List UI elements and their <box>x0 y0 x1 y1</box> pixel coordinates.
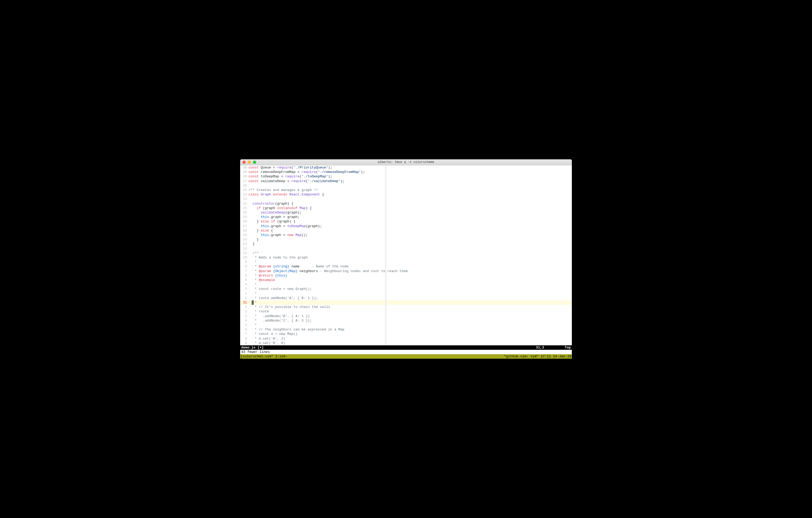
code-content <box>249 247 572 251</box>
code-line[interactable]: 5 * <box>240 323 572 327</box>
code-line[interactable]: 26 <box>240 183 572 188</box>
code-content: * @param {Object|Map} neighbors - Neighb… <box>249 269 572 274</box>
line-number: 11 <box>240 251 249 255</box>
code-line[interactable]: 3 * const route = new Graph(); <box>240 287 572 291</box>
code-line[interactable]: 9 * <box>240 260 572 264</box>
code-line[interactable]: 6 * @return {this} <box>240 274 572 278</box>
line-number: 29 <box>240 170 249 174</box>
line-number: 18 <box>240 219 249 224</box>
code-line[interactable]: 29const removeDeepFromMap = require('./r… <box>240 170 572 174</box>
code-line[interactable]: 12 <box>240 247 572 251</box>
line-number: 5 <box>240 323 249 327</box>
tmux-statusbar: [colorsche1:vim* 2:zsh- "github.vim: vim… <box>240 354 572 359</box>
line-number: 23 <box>240 197 249 201</box>
code-content: * @example <box>249 278 572 282</box>
code-content: validateDeep(graph); <box>249 210 572 215</box>
code-line[interactable]: 24class Graph extends React.Component { <box>240 192 572 197</box>
code-content: class Graph extends React.Component { <box>249 192 572 197</box>
line-number: 4 <box>240 282 249 287</box>
line-number: 9 <box>240 260 249 264</box>
code-line[interactable]: 28const toDeepMap = require('./toDeepMap… <box>240 174 572 179</box>
code-content: this.graph = graph; <box>249 215 572 219</box>
code-line[interactable]: 31 * <box>240 300 572 305</box>
code-line[interactable]: 17 this.graph = toDeepMap(graph); <box>240 224 572 228</box>
code-line[interactable]: 4 * <box>240 282 572 287</box>
line-number: 8 <box>240 337 249 341</box>
vertical-split <box>385 165 387 345</box>
line-number: 19 <box>240 215 249 219</box>
code-line[interactable]: 5 * @example <box>240 278 572 282</box>
code-line[interactable]: 14 } <box>240 237 572 242</box>
code-line[interactable]: 2 * <box>240 291 572 296</box>
code-line[interactable]: 16 } else { <box>240 228 572 233</box>
line-number: 2 <box>240 309 249 314</box>
code-line[interactable]: 1 * // It's possible to chain the calls <box>240 305 572 309</box>
editor-area[interactable]: 30const Queue = require('./PriorityQueue… <box>240 165 572 345</box>
code-content: * .addNode('C', { A: 3 }); <box>249 318 572 323</box>
code-content: * <box>249 282 572 287</box>
code-line[interactable]: 19 this.graph = graph; <box>240 215 572 219</box>
code-line[interactable]: 21 if (graph instanceof Map) { <box>240 206 572 210</box>
line-number: 27 <box>240 179 249 183</box>
code-line[interactable]: 23 <box>240 197 572 201</box>
code-content: * const d = new Map() <box>249 332 572 336</box>
code-content <box>249 197 572 201</box>
line-number: 9 <box>240 341 249 345</box>
line-number: 1 <box>240 296 249 300</box>
code-content: * const route = new Graph(); <box>249 287 572 291</box>
code-line[interactable]: 4 * .addNode('C', { A: 3 }); <box>240 318 572 323</box>
code-line[interactable]: 25/** Creates and manages a graph */ <box>240 188 572 192</box>
line-number: 26 <box>240 183 249 188</box>
code-line[interactable]: 9 * d.set('B', 8) <box>240 341 572 345</box>
code-content: constructor(graph) { <box>249 201 572 206</box>
titlebar: alberto: tmux a -t colorscheme <box>240 159 572 165</box>
line-number: 14 <box>240 237 249 242</box>
line-number: 1 <box>240 305 249 309</box>
line-number: 12 <box>240 247 249 251</box>
code-content: } else if (graph) { <box>249 219 572 224</box>
code-content: } <box>249 237 572 242</box>
code-line[interactable]: 10 * Adds a node to the graph <box>240 255 572 260</box>
line-number: 6 <box>240 274 249 278</box>
code-content: const toDeepMap = require('./toDeepMap')… <box>249 174 572 179</box>
code-content: * <box>249 260 572 264</box>
line-number: 3 <box>240 287 249 291</box>
line-number: 20 <box>240 210 249 215</box>
code-line[interactable]: 2 * route <box>240 309 572 314</box>
code-content: const removeDeepFromMap = require('./rem… <box>249 170 572 174</box>
code-content: const Queue = require('./PriorityQueue')… <box>249 165 572 170</box>
code-content: this.graph = toDeepMap(graph); <box>249 224 572 228</box>
code-line[interactable]: 30const Queue = require('./PriorityQueue… <box>240 165 572 170</box>
line-number: 10 <box>240 255 249 260</box>
code-line[interactable]: 18 } else if (graph) { <box>240 219 572 224</box>
code-content: * <box>249 323 572 327</box>
code-line[interactable]: 8 * @param {string} name - Name of the n… <box>240 264 572 269</box>
code-content: * route <box>249 309 572 314</box>
code-line[interactable]: 7 * @param {Object|Map} neighbors - Neig… <box>240 269 572 274</box>
code-line[interactable]: 15 this.graph = new Map(); <box>240 233 572 237</box>
status-scroll: Top <box>565 345 571 350</box>
code-line[interactable]: 11 /** <box>240 251 572 255</box>
code-line[interactable]: 7 * const d = new Map() <box>240 332 572 336</box>
code-content: * <box>249 291 572 296</box>
code-line[interactable]: 3 * .addNode('B', { A: 1 }) <box>240 314 572 318</box>
status-filename: demo.js [+] <box>241 345 536 350</box>
code-content: } <box>249 242 572 246</box>
code-line[interactable]: 27const validateDeep = require('./valida… <box>240 179 572 183</box>
code-line[interactable]: 22 constructor(graph) { <box>240 201 572 206</box>
line-number: 7 <box>240 269 249 274</box>
code-content: * // It's possible to chain the calls <box>249 305 572 309</box>
code-content: * Adds a node to the graph <box>249 255 572 260</box>
code-content: /** <box>249 251 572 255</box>
line-number: 2 <box>240 291 249 296</box>
code-line[interactable]: 13 } <box>240 242 572 246</box>
line-number: 25 <box>240 188 249 192</box>
code-line[interactable]: 20 validateDeep(graph); <box>240 210 572 215</box>
code-line[interactable]: 1 * route.addNode('A', { B: 1 }); <box>240 296 572 300</box>
code-content: * @return {this} <box>249 274 572 278</box>
tmux-left: [colorsche1:vim* 2:zsh- <box>241 354 504 359</box>
code-line[interactable]: 6 * // The neighbors can be expressed in… <box>240 327 572 332</box>
tmux-right: "github.vim: vim" 17:11 14-Jan-18 <box>504 354 571 359</box>
code-content: * <box>249 300 572 305</box>
code-line[interactable]: 8 * d.set('A', 2) <box>240 337 572 341</box>
